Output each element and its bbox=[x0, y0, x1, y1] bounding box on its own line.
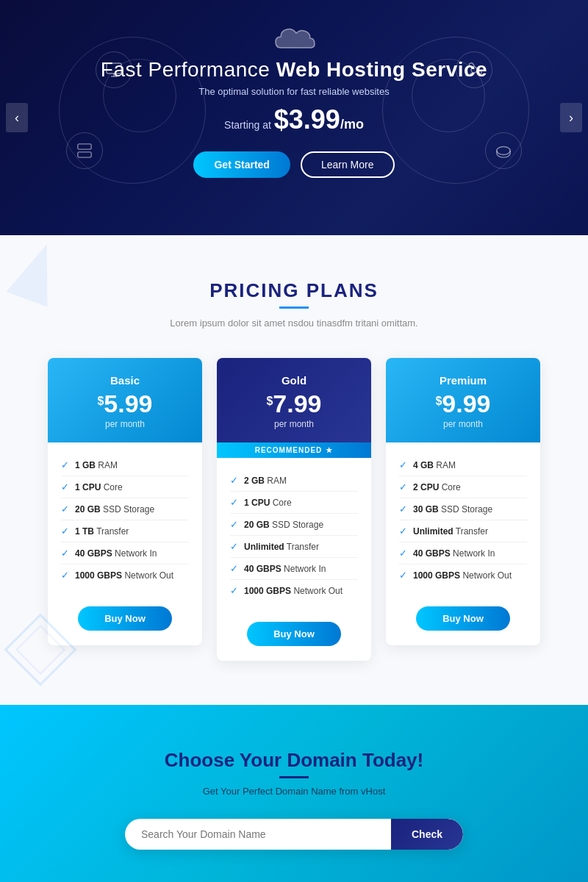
domain-section: Choose Your Domain Today! Get Your Perfe… bbox=[0, 705, 588, 882]
recommended-badge: RECOMMENDED ★ bbox=[217, 442, 371, 458]
plan-price-gold: $7.99 bbox=[229, 391, 359, 416]
feature-cpu-premium: ✓2 CPU Core bbox=[399, 476, 527, 498]
check-icon: ✓ bbox=[399, 459, 407, 470]
hero-next-btn[interactable]: › bbox=[560, 103, 582, 132]
pricing-card-premium: Premium $9.99 per month ✓4 GB RAM ✓2 CPU… bbox=[386, 358, 540, 645]
check-icon: ✓ bbox=[61, 548, 69, 559]
check-icon: ✓ bbox=[230, 563, 238, 574]
check-icon: ✓ bbox=[61, 481, 69, 492]
pricing-section: PRICING PLANS Lorem ipsum dolor sit amet… bbox=[0, 235, 588, 705]
card-features-basic: ✓1 GB RAM ✓1 CPU Core ✓20 GB SSD Storage… bbox=[48, 442, 202, 598]
hero-cloud-icon bbox=[272, 22, 316, 54]
pricing-divider bbox=[279, 306, 309, 309]
check-icon: ✓ bbox=[230, 475, 238, 486]
card-btn-wrap-gold: Buy Now bbox=[217, 613, 371, 661]
feature-transfer-gold: ✓Unlimited Transfer bbox=[230, 536, 358, 558]
feature-ram-gold: ✓2 GB RAM bbox=[230, 470, 358, 492]
hero-subtitle: The optimal solution for fast reliable w… bbox=[101, 86, 487, 97]
card-btn-wrap-basic: Buy Now bbox=[48, 598, 202, 645]
domain-search-input[interactable] bbox=[125, 819, 391, 850]
feature-cpu-gold: ✓1 CPU Core bbox=[230, 492, 358, 514]
feature-netin-basic: ✓40 GBPS Network In bbox=[61, 542, 189, 564]
hero-title: Fast Performance Web Hosting Service bbox=[101, 58, 487, 82]
feature-cpu-basic: ✓1 CPU Core bbox=[61, 476, 189, 498]
check-icon: ✓ bbox=[230, 497, 238, 508]
card-btn-wrap-premium: Buy Now bbox=[386, 598, 540, 645]
domain-search-box: Check bbox=[125, 819, 463, 850]
plan-name-gold: Gold bbox=[229, 374, 359, 387]
hero-section: ‹ › Fast Performance Web Hosting Service… bbox=[0, 0, 588, 235]
hero-prev-btn[interactable]: ‹ bbox=[6, 103, 28, 132]
card-header-gold: Gold $7.99 per month bbox=[217, 358, 371, 442]
feature-storage-gold: ✓20 GB SSD Storage bbox=[230, 514, 358, 536]
plan-period-gold: per month bbox=[229, 419, 359, 429]
feature-netout-premium: ✓1000 GBPS Network Out bbox=[399, 564, 527, 586]
check-icon: ✓ bbox=[61, 570, 69, 581]
pricing-subtitle: Lorem ipsum dolor sit amet nsdou tinasdf… bbox=[29, 318, 559, 329]
hero-content: Fast Performance Web Hosting Service The… bbox=[101, 58, 487, 178]
check-icon: ✓ bbox=[399, 481, 407, 492]
check-icon: ✓ bbox=[61, 459, 69, 470]
svg-rect-4 bbox=[78, 152, 91, 157]
get-started-button[interactable]: Get Started bbox=[193, 151, 290, 178]
hero-price: Starting at $3.99/mo bbox=[101, 104, 487, 135]
feature-transfer-basic: ✓1 TB Transfer bbox=[61, 520, 189, 542]
feature-transfer-premium: ✓Unlimited Transfer bbox=[399, 520, 527, 542]
hero-icon-hdd bbox=[485, 132, 522, 169]
pricing-deco-diamond-inner bbox=[15, 625, 65, 675]
feature-ram-basic: ✓1 GB RAM bbox=[61, 454, 189, 476]
card-header-premium: Premium $9.99 per month bbox=[386, 358, 540, 442]
check-icon: ✓ bbox=[399, 570, 407, 581]
feature-netout-basic: ✓1000 GBPS Network Out bbox=[61, 564, 189, 586]
plan-period-basic: per month bbox=[60, 419, 190, 429]
check-icon: ✓ bbox=[399, 548, 407, 559]
check-icon: ✓ bbox=[399, 503, 407, 514]
buy-now-gold-button[interactable]: Buy Now bbox=[247, 622, 341, 646]
domain-divider bbox=[279, 776, 309, 778]
svg-point-8 bbox=[497, 147, 510, 155]
feature-ram-premium: ✓4 GB RAM bbox=[399, 454, 527, 476]
plan-name-basic: Basic bbox=[60, 374, 190, 387]
card-header-basic: Basic $5.99 per month bbox=[48, 358, 202, 442]
check-icon: ✓ bbox=[230, 541, 238, 552]
card-features-gold: ✓2 GB RAM ✓1 CPU Core ✓20 GB SSD Storage… bbox=[217, 458, 371, 613]
domain-subtitle: Get Your Perfect Domain Name from vHost bbox=[29, 786, 559, 797]
plan-name-premium: Premium bbox=[398, 374, 528, 387]
buy-now-basic-button[interactable]: Buy Now bbox=[78, 606, 172, 631]
domain-check-button[interactable]: Check bbox=[391, 819, 463, 850]
buy-now-premium-button[interactable]: Buy Now bbox=[416, 606, 510, 631]
pricing-card-basic: Basic $5.99 per month ✓1 GB RAM ✓1 CPU C… bbox=[48, 358, 202, 645]
pricing-cards: Basic $5.99 per month ✓1 GB RAM ✓1 CPU C… bbox=[29, 358, 559, 661]
plan-price-basic: $5.99 bbox=[60, 391, 190, 416]
plan-price-premium: $9.99 bbox=[398, 391, 528, 416]
feature-storage-premium: ✓30 GB SSD Storage bbox=[399, 498, 527, 520]
check-icon: ✓ bbox=[399, 526, 407, 537]
feature-netin-premium: ✓40 GBPS Network In bbox=[399, 542, 527, 564]
check-icon: ✓ bbox=[230, 519, 238, 530]
hero-icon-server bbox=[66, 132, 103, 169]
card-features-premium: ✓4 GB RAM ✓2 CPU Core ✓30 GB SSD Storage… bbox=[386, 442, 540, 598]
star-icon: ★ bbox=[326, 446, 333, 454]
check-icon: ✓ bbox=[61, 503, 69, 514]
learn-more-button[interactable]: Learn More bbox=[301, 151, 395, 178]
pricing-card-gold: Gold $7.99 per month RECOMMENDED ★ ✓2 GB… bbox=[217, 358, 371, 661]
pricing-title: PRICING PLANS bbox=[29, 279, 559, 302]
feature-netout-gold: ✓1000 GBPS Network Out bbox=[230, 580, 358, 601]
check-icon: ✓ bbox=[230, 585, 238, 596]
feature-storage-basic: ✓20 GB SSD Storage bbox=[61, 498, 189, 520]
feature-netin-gold: ✓40 GBPS Network In bbox=[230, 558, 358, 580]
plan-period-premium: per month bbox=[398, 419, 528, 429]
svg-rect-3 bbox=[78, 144, 91, 149]
check-icon: ✓ bbox=[61, 526, 69, 537]
domain-title: Choose Your Domain Today! bbox=[29, 749, 559, 772]
hero-buttons: Get Started Learn More bbox=[101, 151, 487, 178]
